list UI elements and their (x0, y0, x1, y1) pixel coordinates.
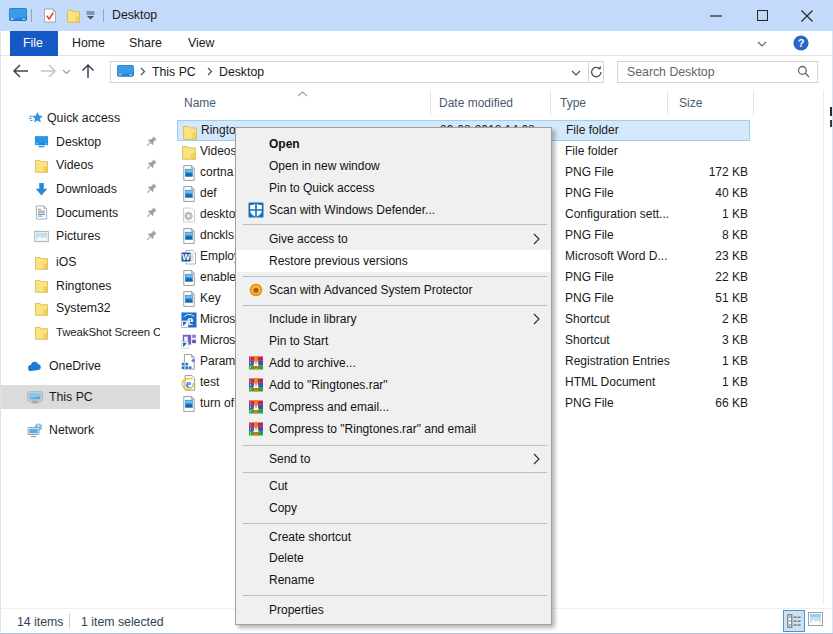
svg-text:?: ? (798, 37, 805, 49)
